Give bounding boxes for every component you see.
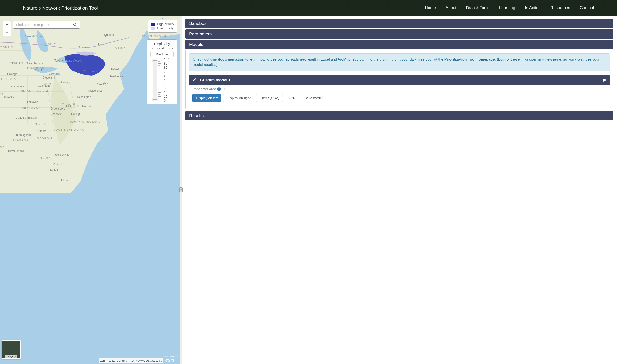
slider-track[interactable]: [153, 59, 157, 101]
accordion-parameters[interactable]: Parameters: [186, 29, 613, 39]
accordion-results-label: Results: [189, 113, 204, 118]
map-label-jacksonville: Jacksonville: [54, 153, 69, 156]
accordion-models-label: Models: [189, 42, 203, 47]
close-icon[interactable]: ✖: [603, 78, 606, 83]
tick-50: 50: [164, 78, 168, 82]
slider-handle-bottom[interactable]: [152, 98, 158, 101]
esri-logo: POWERED BY esri: [165, 356, 178, 363]
map-label-georgia: GEORGIA: [37, 137, 53, 140]
map-label-alabama: ALABAMA: [13, 139, 29, 142]
basemap-label: Imagery: [5, 355, 17, 358]
workspace: Gulf Quebec Ottawa Montreal Toronto Milw…: [0, 16, 617, 364]
accordion-sandbox[interactable]: Sandbox: [186, 19, 613, 28]
map-label-atlanta: Atlanta: [38, 130, 46, 133]
map-label-toronto: Toronto: [54, 59, 64, 62]
display-left-button[interactable]: Display on left: [192, 94, 221, 102]
map-label-michigan: MICHIGAN: [27, 66, 45, 70]
splitter[interactable]: ≡: [180, 16, 182, 364]
map-label-indiana: INDIANA: [20, 89, 34, 92]
map-label-nashville: Nashville: [15, 117, 27, 120]
map-label-sc: SOUTH CAROLINA: [53, 128, 84, 131]
search-input[interactable]: [13, 21, 70, 28]
display-right-button[interactable]: Display on right: [223, 94, 254, 102]
nav-data-tools[interactable]: Data & Tools: [466, 5, 489, 10]
svg-line-2: [75, 25, 77, 26]
readme-button[interactable]: Read me: [150, 52, 174, 57]
legend-high-swatch: [151, 23, 155, 26]
percentile-slider[interactable]: 100 90 80 70 60 50 40 30 20 10 0: [150, 59, 174, 101]
app-title: Nature's Network Prioritization Tool: [23, 5, 98, 11]
slider-labels: 100 90 80 70 60 50 40 30 20 10 0: [164, 59, 171, 101]
accordion-models[interactable]: Models: [186, 40, 613, 49]
alert-pre: Check out: [193, 57, 210, 61]
edit-icon[interactable]: [193, 78, 197, 83]
side-panel: Sandbox Parameters Models Check out this…: [182, 16, 617, 364]
svg-point-1: [73, 23, 76, 26]
nav-in-action[interactable]: In Action: [525, 5, 541, 10]
legend: High priority Low priority: [148, 20, 177, 33]
map-label-louisville: Louisville: [27, 100, 38, 104]
map-label-greensboro: Greensboro: [51, 107, 65, 110]
model-meta: Connector area i : 1: [189, 85, 610, 91]
esri-text: esri: [165, 356, 174, 363]
slider-ticks: [158, 59, 162, 101]
zoom-in-button[interactable]: +: [3, 21, 11, 28]
splitter-handle[interactable]: ≡: [179, 187, 183, 193]
zoom-out-button[interactable]: −: [3, 28, 11, 36]
basemap-toggle[interactable]: Imagery: [2, 340, 21, 359]
model-actions: Display on left Display on right Sheet (…: [189, 91, 610, 105]
map-label-illinois: ILLINOIS: [1, 78, 16, 81]
info-alert: Check out this documentation to learn ho…: [189, 53, 610, 71]
zoom-controls: + −: [3, 21, 11, 36]
map-label-his: his: [0, 92, 5, 95]
model-card: Custom model 1 ✖ Connector area i : 1 Di…: [189, 75, 610, 105]
legend-low: Low priority: [151, 26, 174, 30]
nav-home[interactable]: Home: [425, 5, 436, 10]
nav-learning[interactable]: Learning: [499, 5, 515, 10]
model-card-header: Custom model 1 ✖: [189, 75, 610, 85]
pdf-button[interactable]: PDF: [285, 94, 299, 102]
nav-contact[interactable]: Contact: [580, 5, 594, 10]
map-attribution: Esri, HERE, Garmin, FAO, NOAA, USGS, EPA: [99, 359, 163, 363]
info-icon[interactable]: i: [217, 88, 221, 91]
legend-low-swatch: [151, 27, 155, 30]
model-meta-value: : 1: [222, 87, 226, 91]
map-label-miami: Miami: [61, 179, 68, 182]
alert-link-documentation[interactable]: this documentation: [210, 57, 244, 61]
map-label-neworleans: New Orleans: [8, 150, 24, 153]
slider-handle-top[interactable]: [152, 59, 158, 62]
sheet-csv-button[interactable]: Sheet (CSV): [256, 94, 283, 102]
search-button[interactable]: [70, 21, 80, 28]
map-label-birmingham: Birmingham: [16, 133, 31, 137]
nav-about[interactable]: About: [446, 5, 456, 10]
map-label-charlotte: Charlotte: [51, 113, 62, 116]
legend-high: High priority: [151, 22, 174, 26]
map-panel[interactable]: Gulf Quebec Ottawa Montreal Toronto Milw…: [0, 16, 180, 364]
nav-resources[interactable]: Resources: [550, 5, 570, 10]
map-label-ottawa: Ottawa: [78, 46, 86, 49]
alert-mid: to learn how to use your spreadsheet res…: [244, 57, 444, 61]
map-label-raleigh: Raleigh: [71, 112, 81, 116]
map-label-na: NA: [0, 146, 5, 149]
legend-high-label: High priority: [157, 22, 174, 26]
map-label-kentucky: KENTUCKY: [22, 106, 40, 109]
app-header: Nature's Network Prioritization Tool Hom…: [0, 0, 617, 16]
accordion-results[interactable]: Results: [186, 111, 613, 120]
tick-90: 90: [164, 62, 168, 65]
map-label-nc: NORTH CAROLINA: [69, 120, 100, 123]
map-label-knoxville: Knoxville: [27, 116, 38, 119]
percentile-title-l2: percentile rank: [151, 46, 173, 50]
tick-60: 60: [164, 74, 168, 78]
map-label-providence: Providence: [109, 75, 123, 78]
map-label-florida: FLORIDA: [36, 157, 51, 160]
map-label-newyork: New York: [96, 82, 108, 85]
models-body: Check out this documentation to learn ho…: [186, 50, 613, 109]
map-label-indianapolis: Indianapolis: [10, 85, 24, 88]
alert-link-homepage[interactable]: Prioritization Tool homepage.: [444, 57, 496, 61]
map-label-washington: Washington: [77, 95, 91, 99]
model-title: Custom model 1: [200, 78, 230, 82]
tick-10: 10: [164, 95, 168, 98]
save-model-button[interactable]: Save model: [301, 94, 326, 102]
map-label-greenville: Greenville: [35, 123, 47, 126]
percentile-title-l1: Display by: [154, 42, 170, 46]
